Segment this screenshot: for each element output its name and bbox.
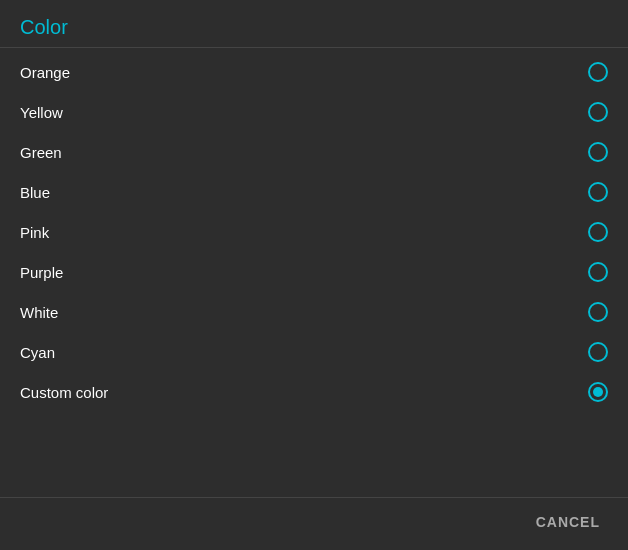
dialog-divider [314,47,628,48]
radio-inner-dot [593,387,603,397]
color-pink-radio[interactable] [588,222,608,242]
color-green-radio[interactable] [588,142,608,162]
color-purple-radio[interactable] [588,262,608,282]
color-option-blue[interactable]: Blue [314,172,628,212]
color-option-white[interactable]: White [314,292,628,332]
color-options-list: Orange Yellow Green Blue Pink Purple [314,52,628,412]
color-white-radio[interactable] [588,302,608,322]
color-option-cyan[interactable]: Cyan [314,332,628,372]
color-dialog: Color Orange Yellow Green Blue Pink [314,0,628,550]
color-option-purple[interactable]: Purple [314,252,628,292]
dialog-title: Color [314,0,628,47]
color-option-green[interactable]: Green [314,132,628,172]
color-cyan-radio[interactable] [588,342,608,362]
color-orange-radio[interactable] [588,62,608,82]
color-custom-radio[interactable] [588,382,608,402]
cancel-button[interactable]: CANCEL [524,506,612,538]
color-option-custom[interactable]: Custom color [314,372,628,412]
dialog-actions: CANCEL [314,497,628,550]
color-yellow-radio[interactable] [588,102,608,122]
color-option-yellow[interactable]: Yellow [314,92,628,132]
color-blue-radio[interactable] [588,182,608,202]
color-option-pink[interactable]: Pink [314,212,628,252]
color-option-orange[interactable]: Orange [314,52,628,92]
right-panel: 21 ⏰ ◉ ▾ ▮ Color Orange Yellow Green [314,0,628,550]
